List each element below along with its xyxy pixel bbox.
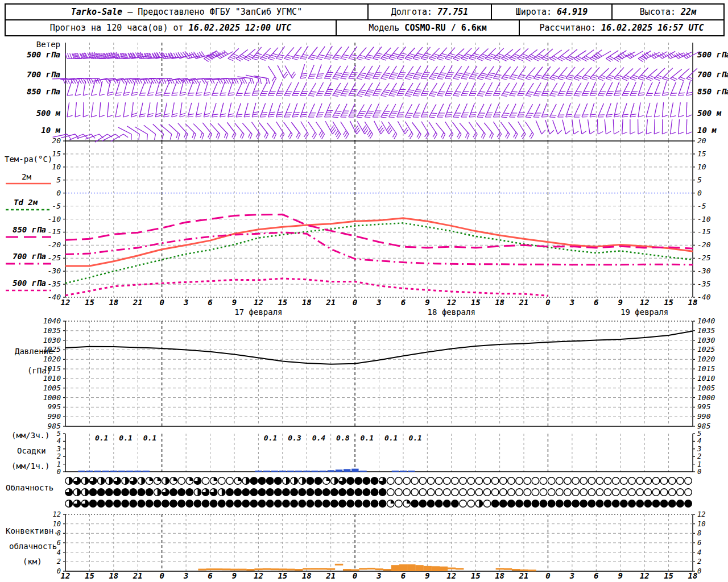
- wind-barb-staff: [671, 102, 673, 117]
- wind-barb-feather: [439, 92, 445, 92]
- wind-barb-feather: [240, 132, 242, 138]
- cloud-cover-fill: [97, 500, 105, 508]
- convective-axis-label-right: 10: [697, 520, 705, 528]
- wind-barb-feather: [169, 78, 172, 84]
- wind-barb-staff: [350, 121, 357, 134]
- wind-barb-feather: [147, 115, 153, 117]
- wind-barb-feather: [180, 94, 185, 95]
- wind-barb-feather: [485, 95, 491, 96]
- wind-barb-feather: [196, 95, 201, 95]
- wind-barb-feather: [527, 94, 532, 94]
- precip-bar: [126, 471, 134, 472]
- wind-barb-feather: [196, 114, 202, 115]
- wind-barb-feather: [233, 54, 238, 56]
- wind-barb-feather: [335, 113, 341, 114]
- wind-barb-feather: [294, 113, 300, 113]
- wind-barb-feather: [212, 117, 218, 117]
- cloud-cover-fill: [315, 477, 322, 485]
- cloud-cover-fill: [379, 489, 386, 496]
- wind-barb-feather: [502, 117, 507, 118]
- wind-barb-feather: [284, 59, 290, 60]
- cloud-cover-fill: [347, 477, 354, 485]
- cloud-cover-symbol: [677, 489, 684, 496]
- cloud-cover-fill: [315, 489, 322, 496]
- wind-barb-feather: [242, 134, 244, 139]
- wind-barb-feather: [439, 77, 444, 77]
- cloud-cover-fill: [234, 489, 242, 496]
- wind-barb-feather: [467, 134, 469, 139]
- cloud-cover-fill: [283, 489, 290, 496]
- wind-barb-staff: [349, 47, 357, 59]
- wind-barb-feather: [672, 77, 677, 79]
- cloud-cover-fill: [158, 477, 161, 481]
- cloud-cover-fill: [234, 500, 242, 508]
- cloud-cover-fill: [652, 500, 660, 508]
- hour-label-bottom: 6: [594, 571, 598, 580]
- wind-barb-feather: [365, 59, 370, 60]
- temp-axis-label-left: 15: [52, 149, 61, 158]
- wind-barb-feather: [253, 93, 259, 94]
- cloud-cover-symbol: [452, 477, 459, 485]
- wind-barb-feather: [317, 93, 323, 94]
- wind-barb-feather: [414, 77, 420, 77]
- wind-barb-feather: [634, 75, 639, 77]
- wind-barb-feather: [549, 95, 555, 96]
- wind-barb-feather: [614, 116, 620, 117]
- wind-barb-staff: [341, 47, 349, 59]
- wind-barb-feather: [358, 115, 363, 116]
- wind-barb-feather: [462, 77, 468, 77]
- hour-label-bottom: 21: [519, 571, 529, 580]
- wind-barb-feather: [599, 77, 605, 79]
- wind-barb-feather: [308, 95, 314, 96]
- cloud-cover-symbol: [636, 477, 644, 485]
- convective-level-dash: [496, 568, 504, 569]
- wind-barb-feather: [566, 78, 572, 80]
- wind-barb-feather: [662, 115, 667, 117]
- wind-barb-feather: [277, 114, 283, 115]
- precip-amount-label: 0.8: [336, 434, 350, 442]
- wind-barb-feather: [367, 74, 373, 75]
- convective-level-dash: [375, 568, 384, 570]
- wind-barb-staff: [333, 47, 342, 59]
- convective-level-dash: [303, 568, 311, 569]
- wind-barb-feather: [687, 92, 693, 93]
- wind-barb-feather: [663, 93, 669, 93]
- wind-barb-feather: [431, 113, 437, 114]
- hour-label: 21: [325, 298, 336, 307]
- temp-axis-label-right: 10: [697, 163, 706, 171]
- wind-barb-feather: [419, 134, 421, 139]
- wind-barb-feather: [648, 77, 653, 79]
- precip-bar: [102, 471, 110, 472]
- cloud-cover-fill: [331, 500, 338, 508]
- wind-barb-feather: [341, 78, 346, 79]
- hour-label: 3: [376, 298, 381, 307]
- wind-barb-feather: [490, 132, 492, 138]
- cloud-cover-fill: [596, 500, 603, 508]
- wind-barb-feather: [188, 116, 193, 117]
- temp-axis-label-left: 10: [52, 163, 61, 171]
- hour-label-bottom: 3: [183, 571, 188, 580]
- cloud-cover-symbol: [524, 489, 531, 496]
- wind-barb-feather: [504, 92, 510, 92]
- wind-barb-staff: [562, 120, 566, 134]
- wind-barb-feather: [343, 55, 349, 56]
- wind-barb-feather: [479, 92, 485, 92]
- hour-label: 0: [545, 298, 550, 307]
- wind-barb-staff: [453, 66, 462, 78]
- temp-axis-label-left: 20: [52, 136, 61, 145]
- cloud-cover-symbol: [540, 489, 547, 496]
- hour-label: 6: [401, 298, 406, 307]
- wind-barb-feather: [472, 55, 478, 57]
- pressure-axis-label-right: 995: [697, 402, 711, 411]
- wind-barb-feather: [590, 59, 595, 61]
- wind-barb-feather: [481, 56, 486, 58]
- cloud-cover-fill: [226, 500, 234, 508]
- precip-bar: [311, 471, 318, 472]
- wind-barb-feather: [405, 95, 411, 96]
- wind-barb-feather: [270, 112, 275, 113]
- hour-label-bottom: 15: [471, 571, 481, 580]
- wind-barb-feather: [260, 59, 265, 60]
- precip-amount-label: 0.1: [408, 434, 421, 442]
- wind-barb-feather: [123, 115, 129, 117]
- wind-barb-feather: [442, 134, 445, 139]
